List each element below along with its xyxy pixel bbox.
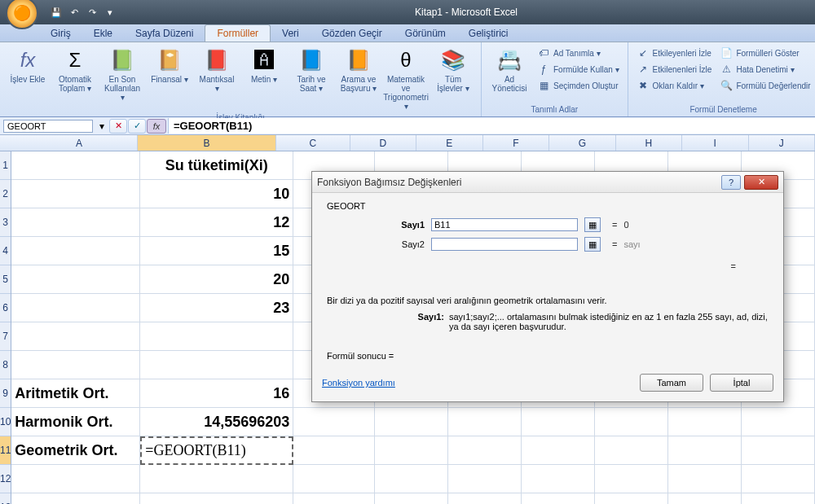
window-titlebar: 🟠 💾 ↶ ↷ ▾ Kitap1 - Microsoft Excel	[0, 0, 815, 24]
tab-data[interactable]: Veri	[271, 25, 311, 42]
fx-small-icon: ƒ	[537, 63, 550, 76]
row-header-13[interactable]: 13	[0, 493, 11, 504]
cancel-button[interactable]: İptal	[710, 374, 773, 392]
cell-a9[interactable]: Aritmetik Ort.	[11, 379, 140, 408]
row-header-6[interactable]: 6	[0, 294, 11, 322]
cell-a2[interactable]	[11, 180, 140, 208]
cell-b4[interactable]: 15	[140, 237, 293, 265]
cell-a5[interactable]	[11, 265, 140, 294]
row-header-4[interactable]: 4	[0, 237, 11, 265]
cell-a3[interactable]	[11, 208, 140, 237]
name-manager-button[interactable]: 📇 Ad Yöneticisi	[487, 44, 532, 94]
cell-b13[interactable]	[140, 493, 293, 504]
cell-b9[interactable]: 16	[140, 379, 293, 408]
text-button[interactable]: 🅰 Metin ▾	[241, 44, 287, 85]
col-header-h[interactable]: H	[616, 135, 682, 151]
undo-icon[interactable]: ↶	[67, 5, 82, 20]
trace-precedents-button[interactable]: ↙Etkileyenleri İzle	[635, 46, 714, 60]
datetime-button[interactable]: 📘 Tarih ve Saat ▾	[289, 44, 334, 94]
financial-button[interactable]: 📔 Finansal ▾	[147, 44, 192, 85]
col-header-a[interactable]: A	[21, 135, 138, 151]
row-header-8[interactable]: 8	[0, 351, 11, 379]
dialog-close-button[interactable]: ✕	[744, 175, 778, 190]
autosum-button[interactable]: Σ Otomatik Toplam ▾	[52, 44, 98, 94]
save-icon[interactable]: 💾	[49, 5, 64, 20]
cell-b10[interactable]: 14,55696203	[140, 408, 293, 436]
cell-a1[interactable]	[11, 151, 140, 180]
col-header-d[interactable]: D	[350, 135, 416, 151]
math-button[interactable]: θ Matematik ve Trigonometri ▾	[383, 44, 429, 112]
create-from-selection-button[interactable]: ▦Seçimden Oluştur	[535, 78, 621, 93]
cell-b3[interactable]: 12	[140, 208, 293, 237]
tab-formulas[interactable]: Formüller	[205, 24, 271, 42]
col-header-j[interactable]: J	[749, 135, 815, 151]
col-header-b[interactable]: B	[138, 135, 276, 151]
tab-home[interactable]: Giriş	[39, 25, 82, 42]
tab-developer[interactable]: Geliştirici	[457, 25, 520, 42]
confirm-formula-button[interactable]: ✓	[128, 119, 146, 134]
cell-b8[interactable]	[140, 351, 293, 379]
recent-functions-button[interactable]: 📗 En Son Kullanılan ▾	[99, 44, 145, 103]
cell-a13[interactable]	[11, 493, 140, 504]
dialog-help-button[interactable]: ?	[721, 175, 741, 190]
evaluate-formula-button[interactable]: 🔍Formülü Değerlendir	[718, 78, 812, 93]
cell-b6[interactable]: 23	[140, 294, 293, 322]
remove-arrows-button[interactable]: ✖Okları Kaldır ▾	[635, 78, 714, 93]
lookup-button[interactable]: 📙 Arama ve Başvuru ▾	[336, 44, 381, 94]
col-header-i[interactable]: I	[682, 135, 748, 151]
cell-a10[interactable]: Harmonik Ort.	[11, 408, 140, 436]
dialog-titlebar[interactable]: Fonksiyon Bağımsız Değişkenleri ? ✕	[312, 172, 783, 193]
formula-input[interactable]	[168, 118, 815, 134]
cell-a11[interactable]: Geometrik Ort.	[11, 436, 140, 465]
row-header-11[interactable]: 11	[0, 436, 11, 465]
row-header-12[interactable]: 12	[0, 465, 11, 493]
cell-a4[interactable]	[11, 237, 140, 265]
cell-a7[interactable]	[11, 322, 140, 351]
cell-a12[interactable]	[11, 465, 140, 493]
name-box[interactable]	[3, 120, 93, 133]
cell-b12[interactable]	[140, 465, 293, 493]
row-header-1[interactable]: 1	[0, 151, 11, 180]
tab-insert[interactable]: Ekle	[82, 25, 124, 42]
tab-layout[interactable]: Sayfa Düzeni	[124, 25, 205, 42]
row-header-3[interactable]: 3	[0, 208, 11, 237]
cell-b11[interactable]: =GEOORT(B11)	[140, 436, 293, 465]
logical-button[interactable]: 📕 Mantıksal ▾	[194, 44, 240, 94]
cancel-formula-button[interactable]: ✕	[109, 119, 127, 134]
col-header-c[interactable]: C	[276, 135, 350, 151]
row-header-2[interactable]: 2	[0, 180, 11, 208]
use-in-formula-button[interactable]: ƒFormülde Kullan ▾	[535, 62, 621, 77]
tab-review[interactable]: Gözden Geçir	[311, 25, 394, 42]
cell-b2[interactable]: 10	[140, 180, 293, 208]
qat-dropdown-icon[interactable]: ▾	[103, 5, 117, 20]
arg1-input[interactable]	[431, 218, 578, 231]
cell-b1[interactable]: Su tüketimi(Xi)	[140, 151, 293, 180]
insert-function-button[interactable]: fx İşlev Ekle	[5, 44, 51, 85]
redo-icon[interactable]: ↷	[85, 5, 99, 20]
col-header-e[interactable]: E	[416, 135, 482, 151]
cell-b7[interactable]	[140, 322, 293, 351]
row-header-9[interactable]: 9	[0, 379, 11, 408]
row-header-7[interactable]: 7	[0, 322, 11, 351]
define-name-button[interactable]: 🏷Ad Tanımla ▾	[535, 46, 621, 60]
trace-dependents-button[interactable]: ↗Etkilenenleri İzle	[635, 62, 714, 77]
col-header-f[interactable]: F	[483, 135, 549, 151]
arg1-range-picker[interactable]: ▦	[584, 217, 601, 232]
arg2-range-picker[interactable]: ▦	[584, 237, 601, 252]
cell-a8[interactable]	[11, 351, 140, 379]
show-formulas-button[interactable]: 📄Formülleri Göster	[718, 46, 812, 60]
arg2-input[interactable]	[431, 238, 578, 251]
arrow-out-icon: ↗	[637, 63, 650, 76]
fx-button[interactable]: fx	[147, 119, 166, 134]
error-check-button[interactable]: ⚠Hata Denetimi ▾	[718, 62, 812, 77]
row-header-5[interactable]: 5	[0, 265, 11, 294]
col-header-g[interactable]: G	[549, 135, 615, 151]
cell-b5[interactable]: 20	[140, 265, 293, 294]
cell-a6[interactable]	[11, 294, 140, 322]
row-header-10[interactable]: 10	[0, 408, 11, 436]
ok-button[interactable]: Tamam	[640, 374, 703, 392]
more-functions-button[interactable]: 📚 Tüm İşlevler ▾	[430, 44, 476, 94]
namebox-dropdown-icon[interactable]: ▾	[99, 121, 104, 132]
function-help-link[interactable]: Fonksiyon yardımı	[322, 378, 395, 388]
tab-view[interactable]: Görünüm	[394, 25, 457, 42]
